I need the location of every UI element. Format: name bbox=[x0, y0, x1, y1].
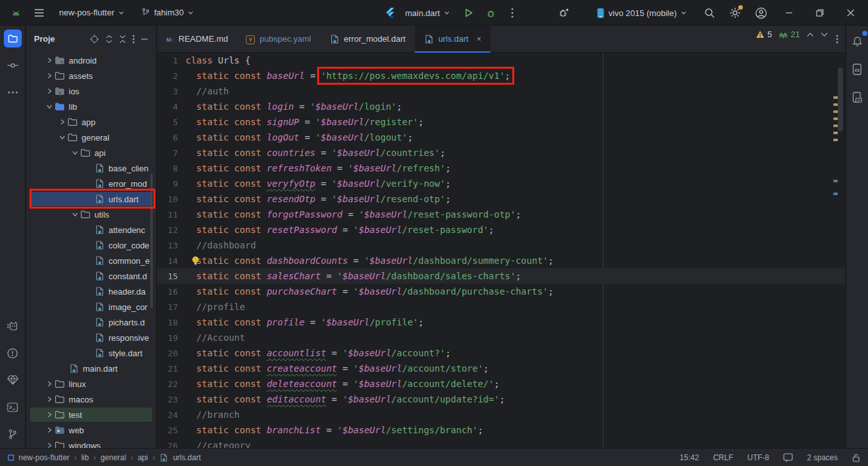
logcat-toolwindow-icon[interactable] bbox=[4, 317, 22, 335]
more-tool-windows-icon[interactable] bbox=[4, 83, 22, 101]
breadcrumb-item-new-pos-flutter[interactable]: new-pos-flutter bbox=[19, 453, 69, 462]
intention-bulb-icon[interactable] bbox=[191, 255, 200, 266]
tree-item-macos[interactable]: macos bbox=[26, 392, 156, 407]
tree-item-constant.d[interactable]: constant.d bbox=[26, 268, 156, 284]
tab-close-icon[interactable]: × bbox=[477, 35, 482, 44]
expand-all-icon[interactable] bbox=[105, 35, 113, 44]
chevron-right-icon[interactable] bbox=[44, 379, 55, 389]
tree-item-windows[interactable]: windows bbox=[26, 438, 156, 448]
chevron-down-icon[interactable] bbox=[44, 101, 55, 112]
breadcrumb-item-urls.dart[interactable]: urls.dart bbox=[173, 453, 200, 462]
tree-item-app[interactable]: app bbox=[26, 114, 156, 130]
line-number[interactable]: 3 bbox=[157, 87, 186, 96]
app-quality-insights-gem-icon[interactable] bbox=[4, 371, 22, 389]
line-number[interactable]: 25 bbox=[157, 426, 186, 435]
tree-item-color_code[interactable]: color_code bbox=[26, 237, 156, 253]
tree-item-lib[interactable]: lib bbox=[26, 99, 156, 114]
line-number[interactable]: 22 bbox=[157, 379, 186, 389]
code-line-25[interactable]: 25 static const branchList = '$baseUrl/s… bbox=[157, 422, 845, 438]
code-line-8[interactable]: 8 static const refreshToken = '$baseUrl/… bbox=[157, 160, 845, 176]
tabbar-options-kebab-icon[interactable] bbox=[836, 26, 838, 53]
line-separator[interactable]: CRLF bbox=[713, 453, 733, 462]
locate-file-icon[interactable] bbox=[89, 34, 100, 44]
code-line-6[interactable]: 6 static const logOut = '$baseUrl/logout… bbox=[157, 130, 845, 145]
code-line-12[interactable]: 12 static const resetPassword = '$baseUr… bbox=[157, 222, 845, 237]
project-toolwindow-icon[interactable] bbox=[4, 30, 22, 47]
commit-toolwindow-icon[interactable] bbox=[4, 56, 22, 74]
tree-item-common_e[interactable]: common_e bbox=[26, 253, 156, 268]
vcs-branch-selector[interactable]: fahim30 bbox=[136, 4, 199, 22]
tree-item-responsive[interactable]: responsive bbox=[26, 330, 156, 345]
readonly-lock-icon[interactable] bbox=[852, 453, 860, 462]
line-number[interactable]: 7 bbox=[157, 148, 186, 158]
line-number[interactable]: 1 bbox=[157, 56, 186, 65]
attach-debugger-icon[interactable] bbox=[555, 4, 572, 21]
settings-gear-icon[interactable] bbox=[727, 4, 743, 21]
line-number[interactable]: 26 bbox=[157, 441, 186, 449]
code-line-24[interactable]: 24 //branch bbox=[157, 407, 845, 422]
terminal-toolwindow-icon[interactable] bbox=[4, 398, 22, 416]
tree-item-general[interactable]: general bbox=[26, 130, 156, 145]
debug-button[interactable] bbox=[482, 4, 499, 21]
line-number[interactable]: 4 bbox=[157, 102, 186, 112]
panel-options-kebab-icon[interactable] bbox=[132, 35, 135, 44]
line-number[interactable]: 9 bbox=[157, 179, 186, 189]
tree-item-main.dart[interactable]: main.dart bbox=[26, 361, 156, 376]
search-everywhere-icon[interactable] bbox=[701, 4, 718, 21]
chevron-right-icon[interactable] bbox=[44, 71, 55, 81]
previous-highlight-chevron-icon[interactable] bbox=[806, 32, 814, 37]
breadcrumb-item-general[interactable]: general bbox=[100, 453, 126, 462]
line-number[interactable]: 2 bbox=[157, 71, 186, 81]
error-stripe[interactable] bbox=[831, 53, 845, 448]
chevron-down-icon[interactable] bbox=[70, 148, 80, 158]
next-highlight-chevron-icon[interactable] bbox=[820, 32, 828, 37]
code-line-9[interactable]: 9 static const veryfyOtp = '$baseUrl/ver… bbox=[157, 176, 845, 191]
code-line-16[interactable]: 16 static const purchaseChart = '$baseUr… bbox=[157, 284, 845, 299]
code-line-13[interactable]: 13 //dashboard bbox=[157, 237, 845, 253]
code-line-14[interactable]: 14 static const dashboardCounts = '$base… bbox=[157, 253, 845, 268]
code-line-7[interactable]: 7 static const countries = '$baseUrl/cou… bbox=[157, 145, 845, 160]
notifications-bell-icon[interactable] bbox=[848, 32, 866, 50]
tree-item-base_clien[interactable]: base_clien bbox=[26, 160, 156, 176]
line-number[interactable]: 24 bbox=[157, 410, 186, 420]
line-number[interactable]: 23 bbox=[157, 395, 186, 404]
problems-toolwindow-icon[interactable] bbox=[4, 344, 22, 362]
code-line-10[interactable]: 10 static const resendOtp = '$baseUrl/re… bbox=[157, 191, 845, 207]
tree-item-utils[interactable]: utils bbox=[26, 207, 156, 222]
more-run-actions-kebab-icon[interactable] bbox=[504, 4, 521, 21]
chevron-right-icon[interactable] bbox=[44, 55, 55, 65]
tree-item-image_cor[interactable]: image_cor bbox=[26, 299, 156, 315]
chevron-down-icon[interactable] bbox=[70, 209, 80, 220]
code-line-20[interactable]: 20 static const accountlist = '$baseUrl/… bbox=[157, 345, 845, 361]
window-minimize-button[interactable] bbox=[778, 0, 800, 26]
run-configuration-selector[interactable]: main.dart bbox=[400, 4, 455, 22]
code-line-17[interactable]: 17 //profile bbox=[157, 299, 845, 315]
profile-account-icon[interactable] bbox=[752, 4, 769, 21]
line-number[interactable]: 5 bbox=[157, 117, 186, 127]
chevron-right-icon[interactable] bbox=[44, 394, 55, 404]
tab-README.md[interactable]: M↓README.md bbox=[157, 26, 237, 52]
line-number[interactable]: 10 bbox=[157, 194, 186, 204]
tree-item-attendenc[interactable]: attendenc bbox=[26, 222, 156, 237]
code-line-22[interactable]: 22 static const deleteaccount = '$baseUr… bbox=[157, 376, 845, 392]
collapse-all-icon[interactable] bbox=[119, 35, 126, 44]
git-toolwindow-icon[interactable] bbox=[4, 425, 22, 443]
chevron-down-icon[interactable] bbox=[57, 132, 67, 142]
tree-item-assets[interactable]: assets bbox=[26, 68, 156, 83]
line-number[interactable]: 11 bbox=[157, 210, 186, 220]
line-number[interactable]: 18 bbox=[157, 318, 186, 327]
chevron-right-icon[interactable] bbox=[44, 86, 55, 96]
window-close-button[interactable] bbox=[840, 0, 862, 26]
chevron-right-icon[interactable] bbox=[44, 425, 55, 435]
chevron-right-icon[interactable] bbox=[44, 440, 55, 448]
window-restore-button[interactable] bbox=[809, 0, 831, 26]
tree-item-ios[interactable]: ios bbox=[26, 83, 156, 99]
caret-position[interactable]: 15:42 bbox=[680, 453, 699, 462]
tree-item-picharts.d[interactable]: picharts.d bbox=[26, 315, 156, 330]
inspections-widget[interactable]: 5 21 bbox=[756, 30, 828, 39]
line-number[interactable]: 12 bbox=[157, 225, 186, 235]
line-number[interactable]: 17 bbox=[157, 302, 186, 312]
chevron-right-icon[interactable] bbox=[44, 410, 55, 420]
tab-urls.dart[interactable]: urls.dart× bbox=[415, 26, 490, 52]
run-button[interactable] bbox=[460, 4, 477, 21]
